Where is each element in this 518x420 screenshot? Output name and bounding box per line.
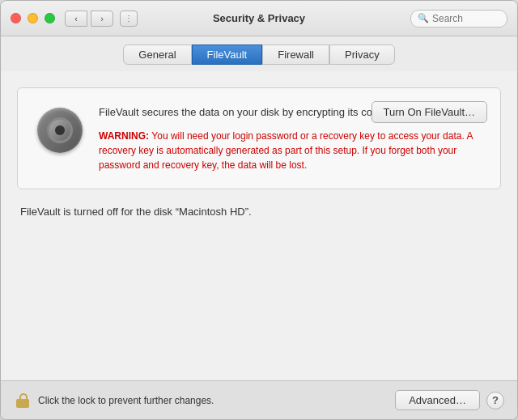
search-box[interactable]: 🔍: [410, 10, 507, 28]
bottom-bar: Click the lock to prevent further change…: [1, 380, 517, 419]
status-text: FileVault is turned off for the disk “Ma…: [17, 206, 501, 218]
help-button[interactable]: ?: [486, 392, 504, 409]
filevault-icon: [34, 104, 86, 156]
lock-label: Click the lock to prevent further change…: [38, 395, 395, 406]
main-panel: FileVault secures the data on your disk …: [17, 87, 501, 189]
back-button[interactable]: ‹: [65, 11, 87, 27]
minimize-button[interactable]: [28, 13, 38, 23]
tab-privacy[interactable]: Privacy: [329, 45, 395, 65]
close-button[interactable]: [11, 13, 21, 23]
tab-bar: General FileVault Firewall Privacy: [1, 36, 517, 71]
content-area: FileVault secures the data on your disk …: [1, 71, 517, 380]
search-icon: 🔍: [418, 13, 429, 23]
lock-body: [16, 399, 29, 408]
window-title: Security & Privacy: [213, 12, 305, 24]
icon-inner: [47, 117, 73, 143]
main-window: ‹ › ⋮ Security & Privacy 🔍 General FileV…: [0, 0, 518, 420]
forward-button[interactable]: ›: [91, 11, 113, 27]
nav-buttons: ‹ ›: [65, 11, 113, 27]
tab-firewall[interactable]: Firewall: [262, 45, 329, 65]
turn-on-filevault-button[interactable]: Turn On FileVault…: [372, 101, 487, 123]
tab-filevault[interactable]: FileVault: [192, 45, 263, 65]
search-input[interactable]: [432, 13, 500, 24]
warning-body: You will need your login password or a r…: [99, 130, 473, 171]
icon-center: [55, 125, 65, 135]
grid-button[interactable]: ⋮: [120, 11, 138, 27]
tab-general[interactable]: General: [123, 45, 191, 65]
warning-label: WARNING:: [99, 130, 151, 142]
bottom-buttons: Advanced… ?: [395, 390, 504, 410]
icon-circle: [37, 108, 83, 153]
lock-icon[interactable]: [14, 391, 32, 410]
maximize-button[interactable]: [45, 13, 55, 23]
lock-shackle: [19, 393, 28, 399]
advanced-button[interactable]: Advanced…: [395, 390, 480, 410]
titlebar: ‹ › ⋮ Security & Privacy 🔍: [1, 1, 517, 36]
warning-text: WARNING: You will need your login passwo…: [99, 129, 484, 172]
traffic-lights: [11, 13, 55, 23]
